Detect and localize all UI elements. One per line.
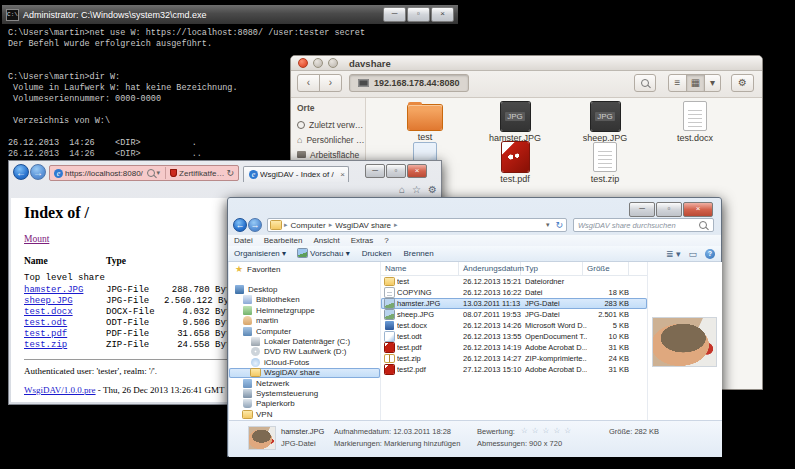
certificate-error-button[interactable]: Zertifikatfe… [179, 169, 224, 178]
file-link[interactable]: test.pdf [24, 329, 67, 339]
close-button[interactable] [683, 202, 713, 217]
tree-item-papierkorb[interactable]: Papierkorb [229, 399, 380, 409]
close-button[interactable] [298, 58, 308, 68]
column-header-type[interactable]: Typ [521, 262, 583, 275]
wsgidav-version-link[interactable]: WsgiDAV/1.0.0.pre [24, 385, 96, 395]
views-button[interactable] [666, 249, 681, 259]
tree-item-martin[interactable]: martin [229, 316, 380, 326]
file-row[interactable]: test2.pdf27.12.2013 15:10Adobe Acrobat D… [381, 364, 647, 375]
search-button[interactable] [634, 74, 656, 92]
file-item-hamster[interactable]: JPG hamster.JPG [473, 101, 557, 143]
minimize-button[interactable] [313, 58, 323, 68]
forward-button[interactable] [30, 164, 46, 180]
tree-item-bibliotheken[interactable]: Bibliotheken [229, 295, 380, 305]
file-row[interactable]: sheep.JPG08.07.2011 19:53JPG-Datei2.501 … [381, 309, 647, 320]
menu-help[interactable]: ? [384, 236, 388, 245]
status-tags[interactable]: Markierungen: Markierung hinzufügen [334, 439, 460, 448]
file-link[interactable]: hamster.JPG [24, 285, 83, 295]
search-box[interactable]: WsgiDAV share durchsuchen [573, 218, 714, 232]
file-row[interactable]: test.pdf26.12.2013 14:19Adobe Acrobat D.… [381, 342, 647, 353]
menu-ansicht[interactable]: Ansicht [313, 236, 339, 245]
tab-close-icon[interactable] [340, 170, 345, 179]
search-icon[interactable] [147, 169, 155, 177]
preview-button[interactable]: Vorschau [298, 249, 350, 258]
breadcrumb-address-button[interactable]: 192.168.178.44:8080 [349, 74, 469, 92]
browser-tab[interactable]: e WsgiDAV - Index of / [243, 166, 349, 182]
tools-gear-icon[interactable] [428, 184, 437, 195]
file-row[interactable]: test26.12.2013 15:21Dateiordner [381, 276, 647, 287]
address-dropdown-chevron[interactable] [546, 221, 550, 229]
menu-extras[interactable]: Extras [351, 236, 374, 245]
file-link[interactable]: sheep.JPG [24, 296, 73, 306]
address-bar[interactable]: e https://localhost:8080/ Zertifikatfe… [49, 165, 239, 181]
tree-item-wsgidav-share[interactable]: WsgiDAV share [229, 368, 380, 378]
column-header-date[interactable]: Änderungsdatum [459, 262, 521, 275]
file-item-sheep[interactable]: JPG sheep.JPG [563, 101, 647, 143]
address-breadcrumb-bar[interactable]: Computer WsgiDAV share [267, 218, 567, 232]
file-row[interactable]: test.zip26.12.2013 14:27ZIP-komprimierte… [381, 353, 647, 364]
rating-stars[interactable]: ☆ ☆ ☆ ☆ ☆ [521, 426, 572, 435]
home-icon[interactable] [399, 184, 405, 195]
file-row[interactable]: test.docx26.12.2013 14:26Microsoft Word … [381, 320, 647, 331]
refresh-icon[interactable] [555, 220, 563, 230]
mount-link[interactable]: Mount [24, 234, 49, 244]
maximize-button[interactable] [328, 58, 338, 68]
search-dropdown-chevron[interactable] [157, 169, 161, 177]
tree-item-systemsteuerung[interactable]: Systemsteuerung [229, 388, 380, 398]
hamster-photo-preview[interactable] [653, 318, 716, 366]
file-item-zip[interactable]: test.zip [563, 142, 647, 184]
minimize-button[interactable] [365, 164, 385, 178]
burn-button[interactable]: Brennen [403, 249, 433, 258]
close-button[interactable] [407, 164, 427, 178]
tree-item-dvd-d[interactable]: DVD RW Laufwerk (D:) [229, 347, 380, 357]
organize-button[interactable]: Organisieren [234, 249, 286, 258]
forward-button[interactable] [248, 218, 262, 232]
breadcrumb-share[interactable]: WsgiDAV share [335, 221, 391, 230]
file-link[interactable]: test.docx [24, 307, 73, 317]
refresh-icon[interactable] [226, 168, 234, 178]
favorites-star-icon[interactable] [412, 184, 421, 195]
list-view-button[interactable] [668, 74, 687, 92]
minimize-button[interactable] [383, 7, 406, 22]
file-link[interactable]: test.zip [24, 340, 67, 350]
close-button[interactable] [431, 7, 454, 22]
tree-item-favoriten[interactable]: Favoriten [229, 264, 380, 274]
maximize-button[interactable] [656, 202, 682, 217]
maximize-button[interactable] [407, 7, 430, 22]
back-button[interactable] [233, 218, 247, 232]
tree-item-desktop[interactable]: Desktop [229, 284, 380, 294]
tree-item-local-disk-c[interactable]: Lokaler Datenträger (C:) [229, 336, 380, 346]
back-button[interactable] [13, 164, 29, 180]
forward-button[interactable] [319, 74, 342, 92]
column-header-name[interactable]: Name [381, 262, 459, 275]
view-options-chevron[interactable] [704, 74, 721, 92]
minimize-button[interactable] [629, 202, 655, 217]
grid-view-button[interactable] [686, 74, 705, 92]
davshare-titlebar[interactable]: davshare [291, 56, 762, 71]
file-link[interactable]: test.odt [24, 318, 67, 328]
back-button[interactable] [297, 74, 320, 92]
sidebar-item-home[interactable]: Persönlicher … [291, 132, 365, 147]
cmd-titlebar[interactable]: C:\ Administrator: C:\Windows\system32\c… [2, 5, 458, 24]
tree-item-heimnetzgruppe[interactable]: Heimnetzgruppe [229, 305, 380, 315]
tree-item-icloud-fotos[interactable]: iCloud-Fotos [229, 357, 380, 367]
menu-datei[interactable]: Datei [234, 236, 253, 245]
file-row[interactable]: COPYING26.12.2013 16:22Datei18 KB [381, 287, 647, 298]
print-button[interactable]: Drucken [362, 249, 392, 258]
tree-item-vpn[interactable]: VPN [229, 409, 380, 419]
tree-item-computer[interactable]: Computer [229, 326, 380, 336]
column-header-size[interactable]: Größe [583, 262, 629, 275]
menu-bearbeiten[interactable]: Bearbeiten [264, 236, 303, 245]
maximize-button[interactable] [386, 164, 406, 178]
file-row[interactable]: test.odt26.12.2013 13:55OpenDocument T..… [381, 331, 647, 342]
breadcrumb-computer[interactable]: Computer [291, 221, 326, 230]
preview-pane-toggle[interactable] [688, 249, 697, 259]
file-row-selected[interactable]: hamster.JPG13.03.2011 11:13JPG-Datei283 … [381, 298, 647, 309]
tree-item-netzwerk[interactable]: Netzwerk [229, 378, 380, 388]
file-item-pdf[interactable]: test.pdf [473, 142, 557, 184]
sidebar-item-recent[interactable]: Zuletzt verw… [291, 117, 365, 132]
file-item-test-folder[interactable]: test [383, 101, 467, 142]
gear-menu-button[interactable] [731, 74, 754, 92]
help-icon[interactable]: ? [705, 249, 715, 259]
file-item-docx[interactable]: test.docx [653, 101, 737, 143]
